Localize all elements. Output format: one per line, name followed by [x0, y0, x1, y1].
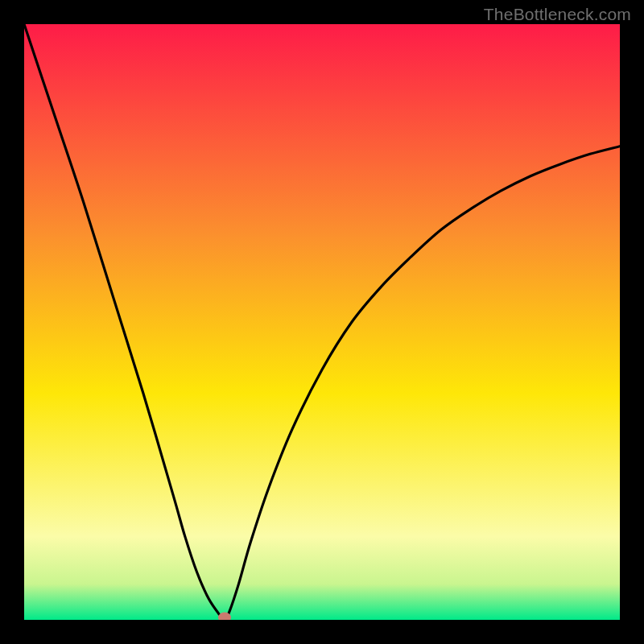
bottleneck-curve	[24, 24, 620, 620]
watermark-text: TheBottleneck.com	[484, 5, 631, 24]
chart-frame: TheBottleneck.com	[0, 0, 644, 644]
minimum-marker	[218, 613, 231, 621]
plot-area	[24, 24, 620, 620]
